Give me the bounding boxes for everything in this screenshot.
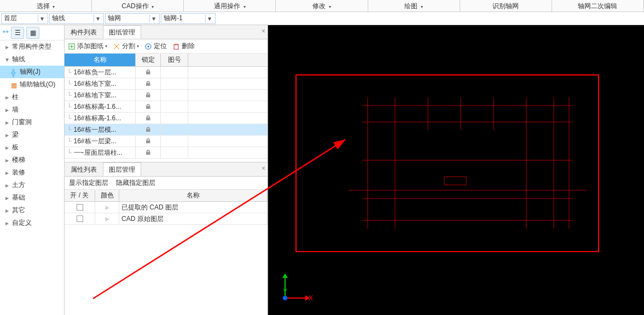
cell-toggle[interactable] (65, 202, 95, 213)
sub-toolbar-button[interactable]: 隐藏指定图层 (116, 178, 155, 188)
list-view-icon[interactable]: ☰ (11, 27, 24, 39)
tree-item[interactable]: ▸自定义 (0, 217, 64, 229)
tab[interactable]: 图纸管理 (103, 25, 141, 39)
grid-view-icon[interactable]: ▦ (26, 27, 39, 39)
tool-icon (68, 43, 76, 50)
lock-icon: 🔒︎ (145, 91, 152, 99)
tree-item[interactable]: ▸基础 (0, 191, 64, 204)
ribbon-group[interactable]: 选择 ▾ (0, 0, 92, 11)
table-row[interactable]: └16#栋地下室...🔒︎ (65, 78, 268, 90)
selector-dropdown[interactable]: 轴网▾ (105, 13, 160, 24)
cell-toggle[interactable] (65, 213, 95, 224)
cell-lock[interactable]: 🔒︎ (136, 67, 161, 78)
close-icon[interactable]: × (262, 27, 265, 35)
cell-lock[interactable]: 🔒︎ (136, 113, 161, 124)
table-row[interactable]: └16#栋一层梁...🔒︎ (65, 136, 268, 147)
expand-icon[interactable]: ▸ (4, 194, 10, 202)
tree-item[interactable]: ▸装修 (0, 166, 64, 179)
lock-icon: 🔒︎ (145, 149, 152, 156)
expand-icon[interactable]: ▹ (106, 215, 109, 223)
component-tree: ▸常用构件类型▾轴线╬轴网(J)▦辅助轴线(O)▸柱▸墙▸门窗洞▸梁▸板▸楼梯▸… (0, 40, 64, 315)
cell-color[interactable]: ▹ (95, 213, 119, 224)
table-row[interactable]: ▹已提取的 CAD 图层 (65, 202, 268, 213)
ribbon-label: 轴网二次编辑 (578, 2, 617, 10)
selector-dropdown[interactable]: 首层▾ (1, 13, 48, 24)
button-label: 定位 (154, 42, 167, 51)
ribbon-group[interactable]: 识别轴网 (460, 0, 552, 11)
chevron-down-icon[interactable]: ▾ (105, 44, 107, 49)
drawing-table-header: 名称 锁定 图号 (65, 54, 268, 67)
table-row[interactable]: └16#栋一层模...🔒︎ (65, 124, 268, 136)
col-toggle[interactable]: 开 / 关 (65, 190, 95, 201)
col-color[interactable]: 颜色 (95, 190, 119, 201)
toolbar-button[interactable]: 定位 (144, 42, 167, 51)
tab[interactable]: 图层管理 (103, 162, 141, 176)
expand-icon[interactable]: ▸ (4, 119, 10, 126)
grid-icon: ╬ (11, 69, 18, 75)
cell-color[interactable]: ▹ (95, 202, 119, 213)
table-row[interactable]: └16#栋标高-1.6...🔒︎ (65, 101, 268, 113)
expand-icon[interactable]: ▸ (4, 144, 10, 151)
sub-toolbar-button[interactable]: 显示指定图层 (69, 178, 108, 188)
cell-lock[interactable]: 🔒︎ (136, 124, 161, 135)
ribbon-group[interactable]: 通用操作 ▾ (184, 0, 276, 11)
cell-lock[interactable]: 🔒︎ (136, 101, 161, 112)
col-number[interactable]: 图号 (161, 54, 188, 66)
table-row[interactable]: └16#栋负一层...🔒︎ (65, 67, 268, 78)
expand-icon[interactable]: ▸ (4, 106, 10, 114)
tab[interactable]: 属性列表 (65, 162, 103, 176)
cad-canvas[interactable]: Y X (268, 25, 644, 315)
expand-icon[interactable]: ▸ (4, 43, 10, 51)
tree-item[interactable]: ▸门窗洞 (0, 116, 64, 129)
tree-item[interactable]: ▸其它 (0, 204, 64, 217)
tree-item[interactable]: ▸土方 (0, 179, 64, 191)
table-row[interactable]: └16#栋标高-1.6...🔒︎ (65, 113, 268, 124)
cell-lock[interactable]: 🔒︎ (136, 78, 161, 89)
expand-icon[interactable]: ▸ (4, 156, 10, 164)
toolbar-button[interactable]: 分割 ▾ (113, 42, 139, 51)
tree-item[interactable]: ▦辅助轴线(O) (0, 78, 64, 91)
tree-item[interactable]: ▸楼梯 (0, 154, 64, 166)
tree-item[interactable]: ▸板 (0, 141, 64, 154)
close-icon[interactable]: × (262, 165, 265, 172)
expand-icon[interactable]: ▸ (4, 182, 10, 189)
tree-item[interactable]: ╬轴网(J) (0, 66, 64, 78)
lock-icon: 🔒︎ (145, 80, 152, 88)
tree-item[interactable]: ▾轴线 (0, 53, 64, 66)
drawing-toolbar: 添加图纸 ▾分割 ▾定位删除 (65, 39, 268, 54)
table-row[interactable]: ▹CAD 原始图层 (65, 213, 268, 225)
ribbon-group[interactable]: 绘图 ▾ (368, 0, 460, 11)
ribbon-group[interactable]: 修改 ▾ (276, 0, 368, 11)
expand-icon[interactable]: ▸ (4, 131, 10, 139)
tree-item[interactable]: ▸梁 (0, 129, 64, 141)
expand-icon[interactable]: ▸ (4, 207, 10, 214)
ribbon-group[interactable]: 轴网二次编辑 (552, 0, 644, 11)
expand-icon[interactable]: ▹ (106, 203, 109, 211)
cell-lock[interactable]: 🔒︎ (136, 147, 161, 158)
tab[interactable]: 构件列表 (65, 25, 103, 39)
col-name[interactable]: 名称 (65, 54, 136, 66)
table-row[interactable]: └16#栋地下室...🔒︎ (65, 90, 268, 101)
expand-icon[interactable]: ▸ (4, 94, 10, 101)
chevron-down-icon[interactable]: ▾ (137, 44, 139, 49)
cell-lock[interactable]: 🔒︎ (136, 90, 161, 101)
ribbon-group[interactable]: CAD操作 ▾ (92, 0, 184, 11)
selector-dropdown[interactable]: 轴线▾ (49, 13, 104, 24)
checkbox-icon[interactable] (77, 215, 83, 222)
tree-item[interactable]: ▸墙 (0, 103, 64, 116)
toolbar-button[interactable]: 删除 (172, 42, 195, 51)
col-layer-name[interactable]: 名称 (119, 190, 268, 201)
origin-icon (283, 296, 287, 300)
table-row[interactable]: └一~屋面层墙柱...🔒︎ (65, 147, 268, 159)
expand-icon[interactable]: ▾ (4, 56, 10, 63)
selector-dropdown[interactable]: 轴网-1▾ (161, 13, 216, 24)
tree-item[interactable]: ▸柱 (0, 91, 64, 103)
expand-icon[interactable]: ⁺⁺ (2, 29, 9, 37)
cell-lock[interactable]: 🔒︎ (136, 136, 161, 147)
col-lock[interactable]: 锁定 (136, 54, 161, 66)
tree-item[interactable]: ▸常用构件类型 (0, 40, 64, 53)
checkbox-icon[interactable] (77, 204, 83, 211)
expand-icon[interactable]: ▸ (4, 219, 10, 227)
expand-icon[interactable]: ▸ (4, 169, 10, 177)
toolbar-button[interactable]: 添加图纸 ▾ (68, 42, 107, 51)
